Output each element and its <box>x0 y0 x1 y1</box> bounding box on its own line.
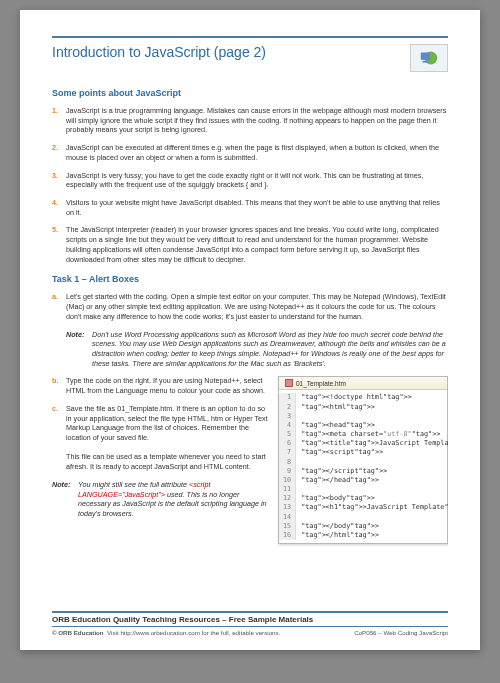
footer-row: © ORB Education Visit http://www.orbeduc… <box>52 629 448 636</box>
list-number: 4. <box>52 198 66 217</box>
list-number: 1. <box>52 106 66 135</box>
tab-filename: 01_Template.htm <box>296 380 346 387</box>
task-item-b: b. Type the code on the right. If you ar… <box>52 376 268 395</box>
page-header: Introduction to JavaScript (page 2) <box>52 36 448 72</box>
task-text: Let's get started with the coding. Open … <box>66 292 448 321</box>
page-title: Introduction to JavaScript (page 2) <box>52 44 266 60</box>
task-item-a: a. Let's get started with the coding. Op… <box>52 292 448 321</box>
note-label: Note: <box>66 330 92 369</box>
task-text: Save the file as 01_Template.htm. If the… <box>66 404 268 472</box>
list-number: 3. <box>52 171 66 190</box>
point-text: The JavaScript interpreter (reader) in y… <box>66 225 448 264</box>
point-text: JavaScript is very fussy; you have to ge… <box>66 171 448 190</box>
list-number: 2. <box>52 143 66 162</box>
point-text: JavaScript can be executed at different … <box>66 143 448 162</box>
note-text: Don't use Word Processing applications s… <box>92 330 448 369</box>
code-content: 1 2 3 4 5 6 7 8 9 10 11 12 13 14 15 16"t… <box>279 390 447 543</box>
task-text: Type the code on the right. If you are u… <box>66 376 268 395</box>
section-heading-task: Task 1 – Alert Boxes <box>52 274 448 284</box>
line-gutter: 1 2 3 4 5 6 7 8 9 10 11 12 13 14 15 16 <box>279 393 296 540</box>
header-logo <box>410 44 448 72</box>
note-block: Note: You might still see the full attri… <box>52 480 268 519</box>
footer-code: CoP056 – Web Coding JavaScript <box>354 629 448 636</box>
note-text: You might still see the full attribute <… <box>78 480 268 519</box>
section-heading-points: Some points about JavaScript <box>52 88 448 98</box>
point-text: JavaScript is a true programming languag… <box>66 106 448 135</box>
code-lines: "tag"><!doctype html"tag">> "tag"><html"… <box>296 393 448 540</box>
code-editor-box: 01_Template.htm 1 2 3 4 5 6 7 8 9 10 11 … <box>278 376 448 544</box>
list-letter: b. <box>52 376 66 395</box>
document-page: Introduction to JavaScript (page 2) Some… <box>20 10 480 650</box>
svg-rect-1 <box>421 53 430 60</box>
points-list: 1.JavaScript is a true programming langu… <box>52 106 448 264</box>
editor-tab: 01_Template.htm <box>279 377 447 390</box>
list-letter: c. <box>52 404 66 472</box>
task-item-c: c. Save the file as 01_Template.htm. If … <box>52 404 268 472</box>
file-icon <box>285 379 293 387</box>
list-letter: a. <box>52 292 66 321</box>
footer-copyright: © ORB Education Visit http://www.orbeduc… <box>52 629 280 636</box>
note-label: Note: <box>52 480 78 519</box>
note-block: Note: Don't use Word Processing applicat… <box>66 330 448 369</box>
point-text: Visitors to your website might have Java… <box>66 198 448 217</box>
footer-bar: ORB Education Quality Teaching Resources… <box>52 611 448 627</box>
svg-rect-2 <box>423 61 429 63</box>
list-number: 5. <box>52 225 66 264</box>
page-footer: ORB Education Quality Teaching Resources… <box>52 611 448 636</box>
